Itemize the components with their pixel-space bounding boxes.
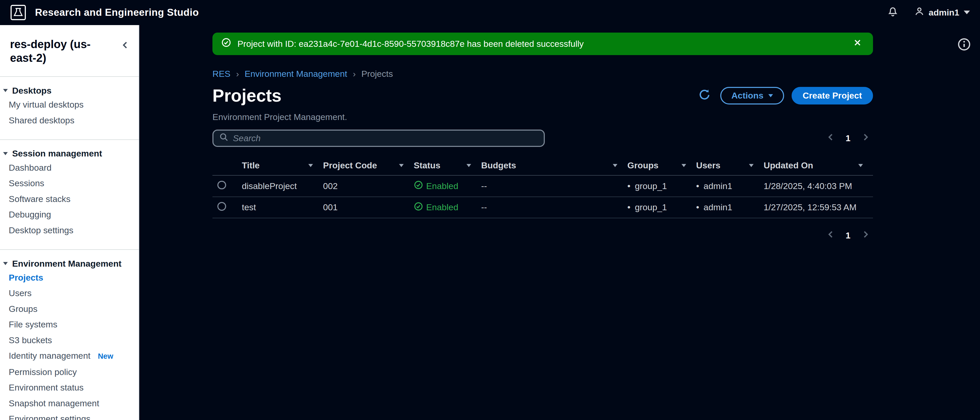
projects-table: Title Project Code Status Budgets [212, 156, 873, 218]
sidebar-item-environment-status[interactable]: Environment status [0, 380, 139, 395]
caret-down-icon [3, 152, 8, 155]
breadcrumb-current: Projects [361, 67, 393, 80]
filter-caret-icon [858, 164, 863, 167]
flash-message: Project with ID: ea231a4c-7e01-4d1c-8590… [237, 39, 851, 49]
prev-page-button[interactable] [823, 227, 838, 244]
prev-page-button[interactable] [823, 129, 838, 147]
cell-groups: group_1 [627, 202, 696, 212]
cell-status: Enabled [414, 180, 481, 192]
cell-budgets: -- [481, 202, 627, 212]
table-header-row: Title Project Code Status Budgets [212, 156, 873, 176]
sidebar-item-file-systems[interactable]: File systems [0, 317, 139, 332]
search-input[interactable] [233, 133, 538, 143]
sidebar-item-projects[interactable]: Projects [0, 270, 139, 285]
column-header-status[interactable]: Status [414, 160, 481, 171]
cell-budgets: -- [481, 181, 627, 191]
column-header-users[interactable]: Users [696, 160, 764, 171]
user-menu[interactable]: admin1 [914, 6, 970, 19]
create-project-button[interactable]: Create Project [792, 87, 873, 104]
refresh-button[interactable] [696, 86, 713, 105]
page-number-button[interactable]: 1 [846, 133, 851, 143]
refresh-icon [698, 89, 710, 103]
main-area: Project with ID: ea231a4c-7e01-4d1c-8590… [139, 25, 980, 420]
sidebar-item-label: Identity management [9, 351, 91, 361]
content-column: Project with ID: ea231a4c-7e01-4d1c-8590… [212, 33, 873, 244]
column-header-project-code[interactable]: Project Code [323, 160, 414, 171]
page-number-button[interactable]: 1 [846, 230, 851, 241]
row-select-radio[interactable] [217, 181, 226, 190]
caret-down-icon [3, 262, 8, 265]
sidebar-item-permission-policy[interactable]: Permission policy [0, 364, 139, 380]
page-title: Projects [212, 84, 282, 107]
sidebar-item-software-stacks[interactable]: Software stacks [0, 191, 139, 207]
section-label: Session management [12, 149, 102, 158]
column-label: Users [696, 160, 721, 171]
filter-caret-icon [749, 164, 754, 167]
cell-select [212, 181, 242, 192]
filter-caret-icon [681, 164, 686, 167]
table-row[interactable]: test 001 Enabled -- gr [212, 197, 873, 218]
chevron-left-icon [120, 40, 130, 52]
cell-groups: group_1 [627, 181, 696, 191]
chevron-down-icon [964, 11, 970, 14]
column-header-title[interactable]: Title [242, 160, 323, 171]
cell-project-code: 001 [323, 202, 414, 212]
filter-caret-icon [613, 164, 617, 167]
sidebar-section-desktops[interactable]: Desktops [0, 84, 139, 97]
filter-caret-icon [399, 164, 404, 167]
sidebar-item-dashboard[interactable]: Dashboard [0, 160, 139, 175]
chevron-right-icon [861, 132, 871, 144]
sidebar-item-debugging[interactable]: Debugging [0, 207, 139, 222]
app-title: Research and Engineering Studio [35, 7, 199, 18]
filter-caret-icon [466, 164, 471, 167]
sidebar-item-snapshot-management[interactable]: Snapshot management [0, 395, 139, 411]
chevron-left-icon [826, 229, 836, 241]
cell-users: admin1 [696, 181, 764, 191]
sidebar-item-s3-buckets[interactable]: S3 buckets [0, 332, 139, 348]
column-label: Title [242, 160, 260, 171]
notifications-button[interactable] [885, 4, 900, 21]
sidebar-item-my-virtual-desktops[interactable]: My virtual desktops [0, 97, 139, 112]
filter-caret-icon [308, 164, 313, 167]
column-label: Project Code [323, 160, 377, 171]
column-label: Updated On [764, 160, 813, 171]
breadcrumb-link-environment-management[interactable]: Environment Management [245, 67, 347, 80]
sidebar-section-environment-management[interactable]: Environment Management [0, 257, 139, 270]
info-panel-button[interactable] [955, 35, 974, 56]
app-root: Research and Engineering Studio admin1 [0, 0, 980, 420]
bell-icon [888, 6, 898, 19]
next-page-button[interactable] [858, 129, 873, 147]
caret-down-icon [3, 89, 8, 92]
page-subtitle: Environment Project Management. [212, 111, 873, 123]
search-icon [219, 133, 229, 144]
sidebar-section-session-management[interactable]: Session management [0, 147, 139, 160]
pagination-top: 1 [823, 129, 873, 147]
column-header-updated-on[interactable]: Updated On [764, 160, 873, 171]
breadcrumb-link-res[interactable]: RES [212, 67, 231, 80]
divider [0, 76, 139, 77]
chevron-right-icon [861, 229, 871, 241]
status-text: Enabled [426, 181, 458, 191]
sidebar-item-identity-management[interactable]: Identity management New [0, 348, 139, 364]
side-nav-header-link[interactable]: res-deploy (us-east-2) [10, 37, 105, 65]
next-page-button[interactable] [858, 227, 873, 244]
actions-button[interactable]: Actions [720, 87, 784, 104]
column-header-groups[interactable]: Groups [627, 160, 696, 171]
column-header-budgets[interactable]: Budgets [481, 160, 627, 171]
cell-status: Enabled [414, 202, 481, 213]
sidebar-item-shared-desktops[interactable]: Shared desktops [0, 112, 139, 128]
sidebar-item-environment-settings[interactable]: Environment settings [0, 411, 139, 420]
caret-down-icon [768, 94, 773, 97]
flash-dismiss-button[interactable] [851, 36, 864, 52]
sidebar-item-users[interactable]: Users [0, 286, 139, 301]
table-row[interactable]: disableProject 002 Enabled -- [212, 176, 873, 197]
collapse-nav-button[interactable] [118, 37, 132, 54]
column-label: Groups [627, 160, 659, 171]
sidebar-item-groups[interactable]: Groups [0, 301, 139, 316]
actions-button-label: Actions [731, 91, 764, 101]
chevron-left-icon [826, 132, 836, 144]
row-select-radio[interactable] [217, 202, 226, 211]
sidebar-item-sessions[interactable]: Sessions [0, 176, 139, 191]
sidebar-item-desktop-settings[interactable]: Desktop settings [0, 222, 139, 238]
flash-banner: Project with ID: ea231a4c-7e01-4d1c-8590… [212, 33, 873, 55]
